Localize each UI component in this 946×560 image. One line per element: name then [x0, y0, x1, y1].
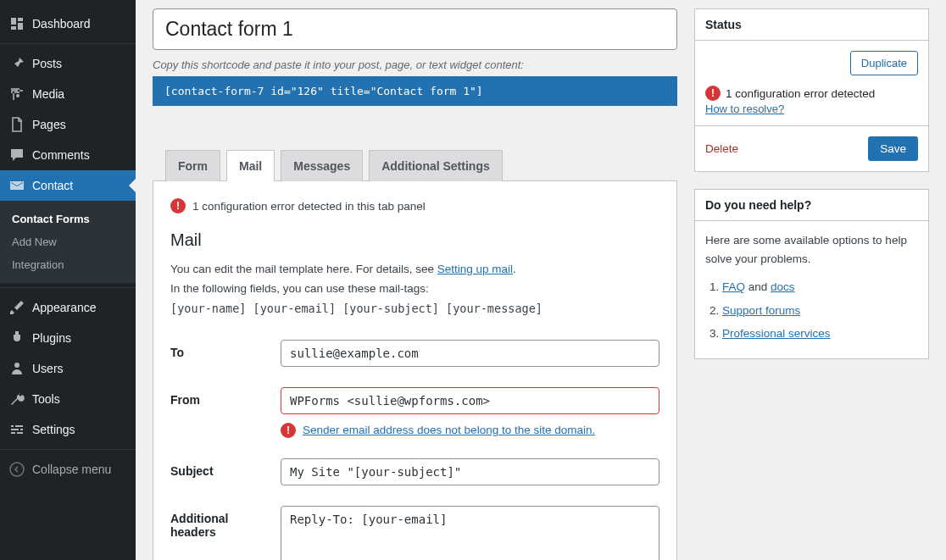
side-column: Status Duplicate ! 1 configuration error…: [694, 8, 929, 376]
sidebar-item-label: Tools: [32, 392, 60, 406]
panel-config-error: ! 1 configuration error detected in this…: [170, 198, 659, 213]
duplicate-button[interactable]: Duplicate: [850, 51, 918, 75]
sidebar-collapse-label: Collapse menu: [32, 463, 111, 476]
sidebar-sub-contact-forms[interactable]: Contact Forms: [0, 208, 136, 230]
content-column: Copy this shortcode and paste it into yo…: [153, 8, 677, 560]
sidebar-item-dashboard[interactable]: Dashboard: [0, 8, 136, 39]
faq-link[interactable]: FAQ: [722, 280, 745, 293]
how-to-resolve-link[interactable]: How to resolve?: [705, 103, 784, 115]
comment-icon: [8, 147, 25, 164]
plug-icon: [8, 330, 25, 347]
users-icon: [8, 360, 25, 377]
sidebar-item-label: Media: [32, 87, 64, 101]
from-input[interactable]: [281, 387, 659, 414]
sidebar-item-label: Appearance: [32, 301, 97, 314]
sidebar-item-plugins[interactable]: Plugins: [0, 323, 136, 353]
sidebar-item-label: Pages: [32, 118, 66, 131]
sidebar-item-comments[interactable]: Comments: [0, 140, 136, 170]
mail-help-text: You can edit the mail template here. For…: [170, 260, 659, 319]
error-icon: !: [705, 86, 721, 101]
pin-icon: [8, 55, 25, 72]
row-additional-headers: Additional headers Reply-To: [your-email…: [170, 506, 659, 560]
sidebar-item-label: Dashboard: [32, 17, 91, 30]
wrench-icon: [8, 391, 25, 408]
svg-point-2: [10, 463, 24, 476]
sidebar-sub-add-new[interactable]: Add New: [0, 230, 136, 253]
sidebar-collapse[interactable]: Collapse menu: [0, 454, 136, 485]
save-button[interactable]: Save: [868, 136, 918, 161]
page-icon: [8, 116, 25, 133]
delete-link[interactable]: Delete: [705, 142, 738, 155]
setting-up-mail-link[interactable]: Setting up mail: [437, 263, 513, 275]
tab-additional-settings[interactable]: Additional Settings: [369, 150, 503, 181]
to-label: To: [170, 340, 272, 367]
help-faq-item: FAQ and docs: [722, 278, 918, 297]
main-area: Copy this shortcode and paste it into yo…: [136, 0, 946, 560]
sidebar-item-appearance[interactable]: Appearance: [0, 292, 136, 323]
collapse-icon: [8, 461, 25, 478]
tab-mail[interactable]: Mail: [226, 150, 275, 181]
sidebar-sub-integration[interactable]: Integration: [0, 253, 136, 276]
status-heading: Status: [695, 9, 928, 41]
shortcode-box[interactable]: [contact-form-7 id="126" title="Contact …: [153, 76, 677, 106]
form-title-input[interactable]: [153, 8, 677, 50]
sidebar-item-posts[interactable]: Posts: [0, 48, 136, 79]
mail-icon: [8, 177, 25, 194]
row-subject: Subject: [170, 458, 659, 485]
svg-point-0: [16, 94, 19, 97]
support-forums-link[interactable]: Support forums: [722, 304, 800, 317]
help-heading: Do you need help?: [695, 190, 928, 221]
sidebar-item-contact[interactable]: Contact: [0, 170, 136, 201]
sidebar-item-media[interactable]: Media: [0, 79, 136, 109]
sidebar-item-tools[interactable]: Tools: [0, 384, 136, 414]
from-error-link[interactable]: Sender email address does not belong to …: [303, 424, 595, 436]
professional-services-link[interactable]: Professional services: [722, 327, 831, 340]
panel-error-text: 1 configuration error detected in this t…: [192, 200, 426, 213]
headers-textarea[interactable]: Reply-To: [your-email]: [281, 506, 659, 560]
sidebar-item-label: Posts: [32, 57, 62, 70]
mail-heading: Mail: [170, 230, 659, 250]
sliders-icon: [8, 421, 25, 438]
from-label: From: [170, 387, 272, 438]
status-error: ! 1 configuration error detected: [695, 86, 928, 103]
tab-form[interactable]: Form: [165, 150, 220, 181]
headers-label: Additional headers: [170, 506, 272, 560]
admin-sidebar: Dashboard Posts Media Pages Comments Con…: [0, 0, 136, 560]
tab-messages[interactable]: Messages: [281, 150, 363, 181]
help-intro: Here are some available options to help …: [705, 231, 918, 268]
from-field-error: ! Sender email address does not belong t…: [281, 423, 659, 438]
error-icon: !: [170, 198, 186, 213]
sidebar-item-label: Settings: [32, 423, 75, 436]
docs-link[interactable]: docs: [771, 280, 795, 293]
dashboard-icon: [8, 15, 25, 32]
sidebar-item-pages[interactable]: Pages: [0, 109, 136, 140]
subject-input[interactable]: [281, 458, 659, 485]
row-to: To: [170, 340, 659, 367]
svg-point-1: [14, 363, 19, 368]
error-icon: !: [281, 423, 296, 438]
sidebar-item-label: Users: [32, 362, 64, 375]
help-list: FAQ and docs Support forums Professional…: [705, 278, 918, 343]
sidebar-item-label: Plugins: [32, 331, 71, 345]
to-input[interactable]: [281, 340, 659, 367]
status-error-text: 1 configuration error detected: [726, 87, 875, 100]
tab-bar: Form Mail Messages Additional Settings: [153, 150, 677, 181]
help-box: Do you need help? Here are some availabl…: [694, 189, 929, 359]
sidebar-submenu: Contact Forms Add New Integration: [0, 201, 136, 283]
tab-panel-mail: ! 1 configuration error detected in this…: [153, 180, 677, 560]
media-icon: [8, 86, 25, 103]
shortcode-help-text: Copy this shortcode and paste it into yo…: [153, 58, 677, 71]
status-box: Status Duplicate ! 1 configuration error…: [694, 8, 929, 172]
brush-icon: [8, 299, 25, 316]
sidebar-item-settings[interactable]: Settings: [0, 414, 136, 445]
mail-tags: [your-name] [your-email] [your-subject] …: [170, 302, 543, 315]
sidebar-group-contact: Contact Contact Forms Add New Integratio…: [0, 170, 136, 283]
row-from: From ! Sender email address does not bel…: [170, 387, 659, 438]
sidebar-item-label: Comments: [32, 148, 90, 162]
sidebar-item-label: Contact: [32, 179, 73, 192]
subject-label: Subject: [170, 458, 272, 485]
sidebar-item-users[interactable]: Users: [0, 353, 136, 384]
